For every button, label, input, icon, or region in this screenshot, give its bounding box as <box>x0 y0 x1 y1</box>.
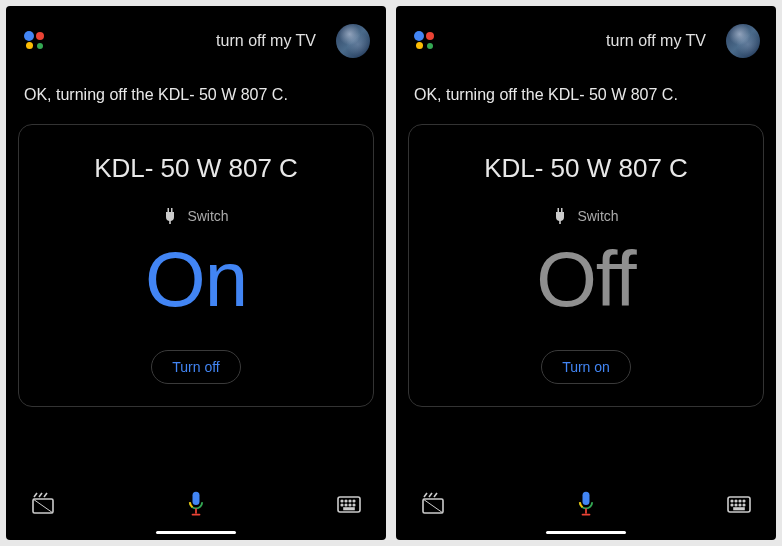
google-assistant-logo-icon <box>22 29 46 53</box>
svg-rect-23 <box>582 514 591 516</box>
svg-rect-33 <box>734 508 744 510</box>
keyboard-icon[interactable] <box>336 491 362 517</box>
device-card: KDL- 50 W 807 C Switch On Turn off <box>18 124 374 407</box>
device-name: KDL- 50 W 807 C <box>425 153 747 184</box>
svg-point-9 <box>345 500 347 502</box>
device-state: On <box>35 240 357 318</box>
svg-rect-19 <box>560 220 562 224</box>
svg-rect-1 <box>171 208 173 212</box>
bottom-bar <box>396 472 776 540</box>
turn-off-button[interactable]: Turn off <box>151 350 240 384</box>
user-avatar[interactable] <box>726 24 760 58</box>
user-query-text: turn off my TV <box>448 32 714 50</box>
header: turn off my TV <box>396 6 776 76</box>
user-avatar[interactable] <box>336 24 370 58</box>
user-query-text: turn off my TV <box>58 32 324 50</box>
svg-point-14 <box>349 504 351 506</box>
svg-rect-18 <box>561 208 563 212</box>
svg-rect-21 <box>583 492 590 505</box>
plug-icon <box>163 208 177 224</box>
svg-point-12 <box>341 504 343 506</box>
svg-point-26 <box>735 500 737 502</box>
keyboard-icon[interactable] <box>726 491 752 517</box>
svg-rect-0 <box>168 208 170 212</box>
device-type-row: Switch <box>35 208 357 224</box>
explore-icon[interactable] <box>30 491 56 517</box>
home-indicator[interactable] <box>156 531 236 534</box>
device-card: KDL- 50 W 807 C Switch Off Turn on <box>408 124 764 407</box>
svg-rect-6 <box>192 514 201 516</box>
svg-point-8 <box>341 500 343 502</box>
device-state: Off <box>425 240 747 318</box>
turn-on-button[interactable]: Turn on <box>541 350 631 384</box>
google-assistant-logo-icon <box>412 29 436 53</box>
assistant-screen-right: turn off my TV OK, turning off the KDL- … <box>396 6 776 540</box>
header: turn off my TV <box>6 6 386 76</box>
home-indicator[interactable] <box>546 531 626 534</box>
svg-rect-22 <box>585 508 587 513</box>
svg-point-11 <box>353 500 355 502</box>
svg-rect-16 <box>344 508 354 510</box>
assistant-response-text: OK, turning off the KDL- 50 W 807 C. <box>6 76 386 124</box>
assistant-response-text: OK, turning off the KDL- 50 W 807 C. <box>396 76 776 124</box>
assistant-screen-left: turn off my TV OK, turning off the KDL- … <box>6 6 386 540</box>
svg-rect-4 <box>193 492 200 505</box>
explore-icon[interactable] <box>420 491 446 517</box>
device-type-label: Switch <box>577 208 618 224</box>
device-name: KDL- 50 W 807 C <box>35 153 357 184</box>
svg-rect-17 <box>558 208 560 212</box>
svg-point-29 <box>731 504 733 506</box>
svg-point-27 <box>739 500 741 502</box>
device-type-label: Switch <box>187 208 228 224</box>
svg-point-28 <box>743 500 745 502</box>
device-type-row: Switch <box>425 208 747 224</box>
microphone-button[interactable] <box>180 488 212 520</box>
svg-point-32 <box>743 504 745 506</box>
svg-point-31 <box>739 504 741 506</box>
microphone-button[interactable] <box>570 488 602 520</box>
svg-point-25 <box>731 500 733 502</box>
plug-icon <box>553 208 567 224</box>
svg-point-10 <box>349 500 351 502</box>
svg-point-13 <box>345 504 347 506</box>
svg-rect-5 <box>195 508 197 513</box>
svg-point-15 <box>353 504 355 506</box>
svg-rect-2 <box>170 220 172 224</box>
svg-point-30 <box>735 504 737 506</box>
bottom-bar <box>6 472 386 540</box>
